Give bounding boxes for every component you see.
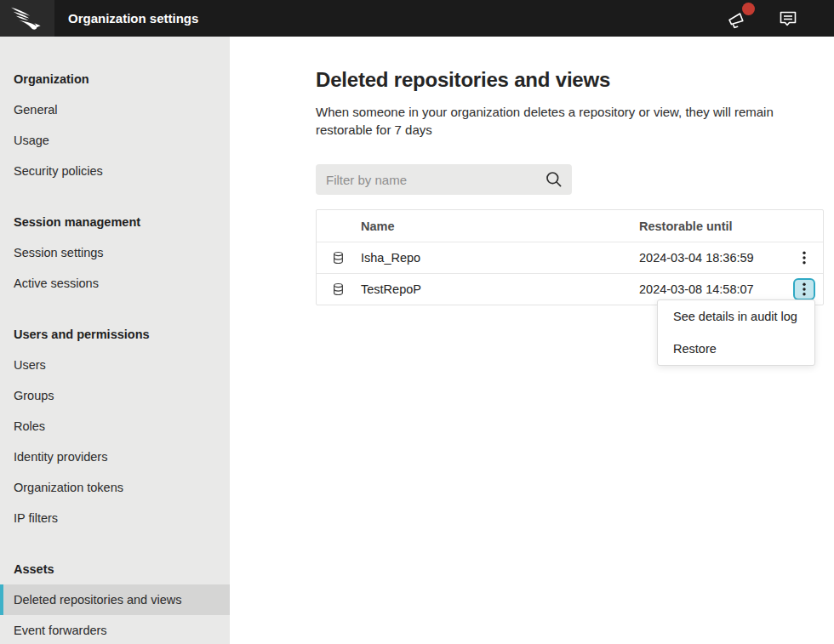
sidebar-item-general[interactable]: General — [0, 94, 230, 125]
feedback-chat-icon[interactable] — [778, 9, 798, 28]
page-description: When someone in your organization delete… — [316, 103, 780, 139]
sidebar-header-organization: Organization — [0, 64, 230, 94]
filter-box — [316, 164, 572, 195]
crowdstrike-falcon-logo[interactable] — [0, 0, 54, 37]
sidebar-item-organization-tokens[interactable]: Organization tokens — [0, 472, 230, 503]
repository-icon — [317, 251, 361, 265]
sidebar-item-roles[interactable]: Roles — [0, 411, 230, 442]
sidebar-item-security-policies[interactable]: Security policies — [0, 156, 230, 186]
sidebar-section-organization: Organization General Usage Security poli… — [0, 64, 230, 186]
table-header-row: Name Restorable until — [317, 210, 823, 242]
repository-icon — [317, 282, 361, 296]
sidebar-header-assets: Assets — [0, 554, 230, 584]
sidebar-section-assets: Assets Deleted repositories and views Ev… — [0, 554, 230, 644]
repo-restorable-until: 2024-03-08 14:58:07 — [639, 282, 774, 296]
sidebar-item-active-sessions[interactable]: Active sessions — [0, 268, 230, 299]
settings-sidebar: Organization General Usage Security poli… — [0, 37, 230, 644]
sidebar-item-usage[interactable]: Usage — [0, 125, 230, 156]
column-header-name: Name — [361, 219, 639, 233]
sidebar-item-ip-filters[interactable]: IP filters — [0, 503, 230, 533]
row-actions-kebab-button[interactable] — [793, 247, 815, 269]
sidebar-item-deleted-repositories[interactable]: Deleted repositories and views — [0, 584, 230, 615]
falcon-logo-icon — [10, 7, 44, 31]
sidebar-header-users-permissions: Users and permissions — [0, 319, 230, 350]
repo-name: TestRepoP — [361, 282, 639, 296]
sidebar-item-identity-providers[interactable]: Identity providers — [0, 442, 230, 472]
sidebar-section-users-permissions: Users and permissions Users Groups Roles… — [0, 319, 230, 533]
repo-name: Isha_Repo — [361, 251, 639, 265]
topbar: Organization settings — [0, 0, 834, 37]
kebab-menu-icon — [803, 282, 806, 296]
sidebar-item-users[interactable]: Users — [0, 350, 230, 380]
sidebar-item-session-settings[interactable]: Session settings — [0, 237, 230, 268]
column-header-restorable-until: Restorable until — [639, 219, 774, 233]
chat-bubble-icon — [778, 9, 798, 28]
row-actions-context-menu: See details in audit log Restore — [657, 299, 815, 366]
repo-restorable-until: 2024-03-04 18:36:59 — [639, 251, 774, 265]
table-row: Isha_Repo 2024-03-04 18:36:59 — [317, 242, 823, 273]
deleted-repos-table: Name Restorable until Isha_Repo 2024-03-… — [316, 209, 824, 305]
filter-by-name-input[interactable] — [316, 164, 572, 195]
announcements-icon[interactable] — [727, 9, 749, 29]
sidebar-section-session-management: Session management Session settings Acti… — [0, 207, 230, 299]
sidebar-header-session-management: Session management — [0, 207, 230, 237]
row-actions-kebab-button-active[interactable] — [793, 278, 815, 300]
sidebar-item-groups[interactable]: Groups — [0, 380, 230, 411]
page-title: Deleted repositories and views — [316, 68, 834, 92]
menu-item-restore[interactable]: Restore — [658, 333, 814, 365]
menu-item-see-details-audit-log[interactable]: See details in audit log — [658, 300, 814, 333]
notification-dot — [742, 3, 755, 15]
app-title: Organization settings — [68, 11, 198, 26]
kebab-menu-icon — [803, 251, 806, 265]
topbar-actions — [727, 9, 834, 29]
sidebar-item-event-forwarders[interactable]: Event forwarders — [0, 615, 230, 644]
